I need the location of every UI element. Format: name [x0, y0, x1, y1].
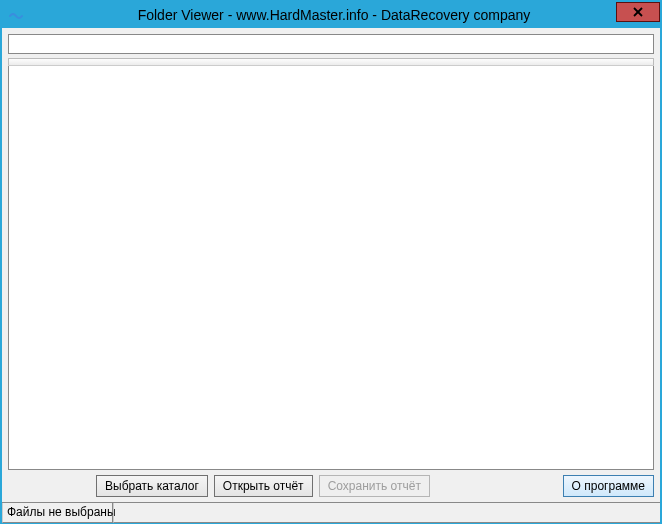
path-input[interactable]: [8, 34, 654, 54]
button-bar: Выбрать каталог Открыть отчёт Сохранить …: [2, 470, 660, 502]
main-window: Folder Viewer - www.HardMaster.info - Da…: [0, 0, 662, 524]
open-report-button[interactable]: Открыть отчёт: [214, 475, 313, 497]
status-bar: Файлы не выбраны: [2, 502, 660, 522]
select-folder-button[interactable]: Выбрать каталог: [96, 475, 208, 497]
status-files: Файлы не выбраны: [2, 503, 113, 523]
status-rest: [113, 503, 660, 523]
about-button[interactable]: О программе: [563, 475, 654, 497]
content-area: [2, 28, 660, 470]
list-header-bar[interactable]: [8, 58, 654, 66]
titlebar[interactable]: Folder Viewer - www.HardMaster.info - Da…: [2, 2, 660, 28]
file-list[interactable]: [8, 66, 654, 470]
close-icon: [633, 7, 643, 17]
window-title: Folder Viewer - www.HardMaster.info - Da…: [8, 7, 660, 23]
close-button[interactable]: [616, 2, 660, 22]
save-report-button: Сохранить отчёт: [319, 475, 430, 497]
